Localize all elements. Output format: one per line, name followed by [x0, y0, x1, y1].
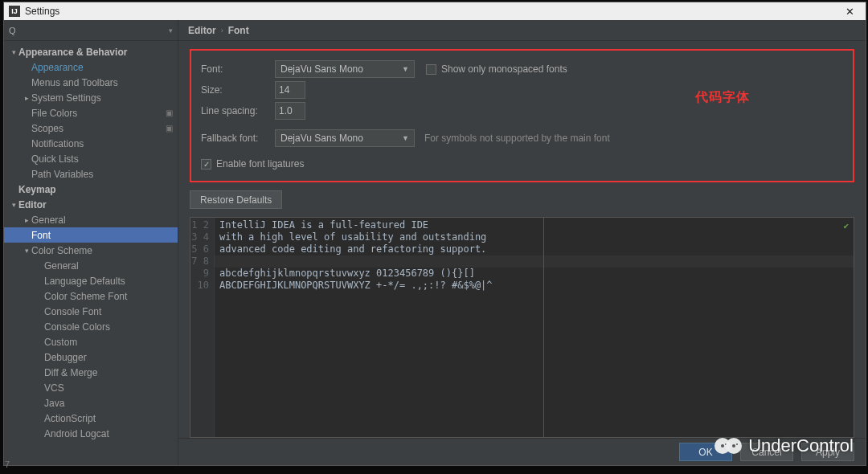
app-icon: IJ — [9, 6, 20, 17]
sidebar-item[interactable]: Android Logcat — [4, 426, 178, 441]
sidebar-item[interactable]: Appearance — [4, 59, 178, 75]
window-title: Settings — [25, 6, 59, 17]
checkbox-box: ✓ — [201, 159, 211, 170]
close-icon[interactable]: ✕ — [838, 6, 861, 18]
sidebar-item[interactable]: Debugger — [4, 349, 178, 365]
fallback-label: Fallback font: — [201, 133, 275, 144]
chevron-down-icon: ▾ — [9, 48, 18, 56]
settings-window: IJ Settings ✕ Q ▾ ▾Appearance & Behavior… — [3, 2, 866, 466]
sidebar-item-label: Scopes — [31, 123, 63, 134]
show-monospaced-checkbox[interactable]: Show only monospaced fonts — [426, 63, 567, 75]
sidebar-item[interactable]: Font — [4, 227, 178, 243]
ok-button[interactable]: OK — [679, 443, 732, 461]
sidebar-item[interactable]: VCS — [4, 380, 178, 395]
sidebar-item[interactable]: ▸General — [4, 212, 178, 227]
checkbox-box — [426, 64, 436, 75]
fallback-combo-value: DejaVu Sans Mono — [280, 133, 363, 144]
apply-button[interactable]: Apply — [801, 443, 854, 461]
sidebar-item-label: Keymap — [18, 184, 56, 195]
chevron-right-icon: ▸ — [22, 216, 31, 224]
sidebar-item[interactable]: Notifications — [4, 136, 178, 151]
search-history-icon[interactable]: ▾ — [169, 27, 173, 35]
sidebar-item-label: Path Variables — [31, 169, 93, 180]
show-monospaced-label: Show only monospaced fonts — [441, 63, 567, 75]
sidebar-item-label: Language Defaults — [44, 276, 125, 287]
preview-code: IntelliJ IDEA is a full-featured IDE wit… — [215, 218, 854, 340]
project-scope-icon: ▣ — [166, 124, 173, 133]
sidebar-item-label: Appearance & Behavior — [18, 47, 127, 58]
sidebar-item-label: Editor — [18, 199, 47, 210]
sidebar-item-label: File Colors — [31, 108, 77, 119]
size-input[interactable]: 14 — [275, 81, 305, 99]
sidebar-item[interactable]: Menus and Toolbars — [4, 75, 178, 90]
sidebar-item-label: Font — [31, 230, 51, 241]
sidebar-item-label: Custom — [44, 337, 77, 348]
sidebar-item[interactable]: File Colors▣ — [4, 105, 178, 121]
sidebar: Q ▾ ▾Appearance & BehaviorAppearanceMenu… — [4, 20, 178, 465]
sidebar-item[interactable]: ▾Color Scheme — [4, 243, 178, 258]
chevron-down-icon: ▼ — [402, 134, 409, 142]
inspection-ok-icon: ✔ — [843, 221, 849, 231]
breadcrumb-leaf: Font — [228, 25, 249, 36]
search-icon: Q — [9, 26, 16, 35]
chevron-down-icon: ▼ — [402, 65, 409, 73]
sidebar-item-label: Android Logcat — [44, 428, 109, 439]
cancel-button[interactable]: Cancel — [740, 443, 793, 461]
font-preview[interactable]: 1 2 3 4 5 6 7 8 9 10 IntelliJ IDEA is a … — [190, 217, 854, 438]
size-label: Size: — [201, 84, 275, 96]
sidebar-item-label: Color Scheme Font — [44, 291, 127, 302]
status-bar: 7 — [5, 460, 10, 474]
sidebar-item[interactable]: ▾Appearance & Behavior — [4, 44, 178, 59]
project-scope-icon: ▣ — [166, 108, 173, 117]
sidebar-item[interactable]: Scopes▣ — [4, 121, 178, 136]
sidebar-item[interactable]: Custom — [4, 334, 178, 349]
annotation-box: 代码字体 Font: DejaVu Sans Mono ▼ Show only … — [190, 49, 854, 182]
main-panel: Editor › Font 代码字体 Font: DejaVu Sans Mon… — [178, 20, 866, 465]
sidebar-item[interactable]: Language Defaults — [4, 273, 178, 288]
search-bar[interactable]: Q ▾ — [4, 20, 178, 41]
font-combo[interactable]: DejaVu Sans Mono ▼ — [275, 60, 415, 78]
ligatures-checkbox[interactable]: ✓ Enable font ligatures — [201, 158, 304, 170]
sidebar-item[interactable]: Color Scheme Font — [4, 288, 178, 304]
sidebar-item-label: General — [44, 260, 79, 272]
ligatures-label: Enable font ligatures — [216, 158, 304, 170]
sidebar-item[interactable]: ▾Editor — [4, 197, 178, 212]
breadcrumb-root[interactable]: Editor — [188, 25, 216, 36]
fallback-hint: For symbols not supported by the main fo… — [424, 133, 610, 144]
sidebar-item[interactable]: Quick Lists — [4, 151, 178, 166]
titlebar: IJ Settings ✕ — [4, 2, 866, 20]
sidebar-item[interactable]: Keymap — [4, 182, 178, 197]
sidebar-item[interactable]: Console Font — [4, 304, 178, 319]
sidebar-item[interactable]: ▸System Settings — [4, 90, 178, 105]
settings-tree[interactable]: ▾Appearance & BehaviorAppearanceMenus an… — [4, 41, 178, 465]
fallback-combo[interactable]: DejaVu Sans Mono ▼ — [275, 129, 415, 147]
sidebar-item[interactable]: Java — [4, 395, 178, 411]
sidebar-item-label: Menus and Toolbars — [31, 77, 118, 88]
sidebar-item[interactable]: General — [4, 258, 178, 273]
sidebar-item-label: Appearance — [31, 62, 84, 73]
chevron-down-icon: ▾ — [22, 247, 31, 255]
sidebar-item-label: Color Scheme — [31, 245, 92, 256]
sidebar-item-label: ActionScript — [44, 413, 96, 424]
sidebar-item[interactable]: Path Variables — [4, 166, 178, 182]
annotation-callout: 代码字体 — [695, 89, 750, 106]
preview-gutter: 1 2 3 4 5 6 7 8 9 10 — [190, 218, 215, 437]
sidebar-item[interactable]: ActionScript — [4, 411, 178, 426]
search-input[interactable] — [19, 25, 169, 36]
font-combo-value: DejaVu Sans Mono — [280, 63, 363, 75]
dialog-footer: OK Cancel Apply — [178, 438, 866, 465]
sidebar-item-label: Notifications — [31, 138, 84, 149]
sidebar-item-label: Java — [44, 398, 64, 409]
sidebar-item[interactable]: Console Colors — [4, 319, 178, 334]
restore-defaults-button[interactable]: Restore Defaults — [190, 190, 282, 209]
chevron-down-icon: ▾ — [9, 201, 18, 209]
sidebar-item-label: Diff & Merge — [44, 367, 97, 378]
spacing-input[interactable]: 1.0 — [275, 102, 305, 120]
sidebar-item[interactable]: Diff & Merge — [4, 365, 178, 380]
sidebar-item-label: Console Font — [44, 306, 101, 317]
breadcrumb: Editor › Font — [178, 20, 866, 41]
sidebar-item-label: Quick Lists — [31, 153, 79, 165]
spacing-label: Line spacing: — [201, 105, 275, 116]
sidebar-item-label: VCS — [44, 382, 64, 394]
chevron-right-icon: › — [221, 27, 223, 35]
